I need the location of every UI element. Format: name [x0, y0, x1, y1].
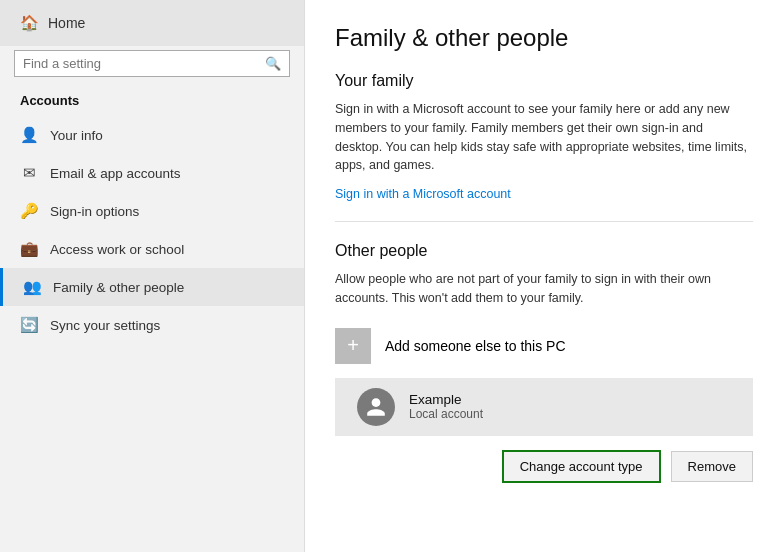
search-icon: 🔍 — [265, 56, 281, 71]
add-person-row[interactable]: + Add someone else to this PC — [335, 318, 753, 374]
family-icon: 👥 — [23, 278, 41, 296]
change-account-type-button[interactable]: Change account type — [502, 450, 661, 483]
sidebar-home-button[interactable]: 🏠 Home — [0, 0, 304, 46]
person-account-type: Local account — [409, 407, 753, 421]
search-box[interactable]: 🔍 — [14, 50, 290, 77]
sidebar-item-sign-in[interactable]: 🔑 Sign-in options — [0, 192, 304, 230]
sidebar-item-label: Your info — [50, 128, 103, 143]
page-title: Family & other people — [335, 24, 753, 52]
sidebar-item-family[interactable]: 👥 Family & other people — [0, 268, 304, 306]
sidebar-item-label: Family & other people — [53, 280, 184, 295]
home-label: Home — [48, 15, 85, 31]
sidebar-item-label: Access work or school — [50, 242, 184, 257]
sidebar-item-label: Email & app accounts — [50, 166, 181, 181]
sidebar-item-access-work[interactable]: 💼 Access work or school — [0, 230, 304, 268]
sidebar-item-your-info[interactable]: 👤 Your info — [0, 116, 304, 154]
home-icon: 🏠 — [20, 14, 38, 32]
sidebar: 🏠 Home 🔍 Accounts 👤 Your info ✉ Email & … — [0, 0, 305, 552]
sidebar-section-title: Accounts — [0, 87, 304, 116]
sidebar-item-sync[interactable]: 🔄 Sync your settings — [0, 306, 304, 344]
person-name: Example — [409, 392, 753, 407]
work-icon: 💼 — [20, 240, 38, 258]
main-content: Family & other people Your family Sign i… — [305, 0, 783, 552]
sidebar-item-email-app[interactable]: ✉ Email & app accounts — [0, 154, 304, 192]
other-people-desc: Allow people who are not part of your fa… — [335, 270, 753, 308]
search-input[interactable] — [23, 56, 265, 71]
remove-button[interactable]: Remove — [671, 451, 753, 482]
person-info: Example Local account — [409, 392, 753, 421]
your-family-desc: Sign in with a Microsoft account to see … — [335, 100, 753, 175]
other-people-title: Other people — [335, 242, 753, 260]
sign-in-icon: 🔑 — [20, 202, 38, 220]
add-person-label: Add someone else to this PC — [385, 338, 566, 354]
sidebar-item-label: Sign-in options — [50, 204, 139, 219]
avatar — [357, 388, 395, 426]
person-row[interactable]: Example Local account — [335, 378, 753, 436]
add-person-icon: + — [335, 328, 371, 364]
your-family-title: Your family — [335, 72, 753, 90]
sync-icon: 🔄 — [20, 316, 38, 334]
email-icon: ✉ — [20, 164, 38, 182]
sidebar-item-label: Sync your settings — [50, 318, 160, 333]
ms-account-link[interactable]: Sign in with a Microsoft account — [335, 187, 511, 201]
your-info-icon: 👤 — [20, 126, 38, 144]
section-divider — [335, 221, 753, 222]
action-bar: Change account type Remove — [335, 442, 753, 491]
